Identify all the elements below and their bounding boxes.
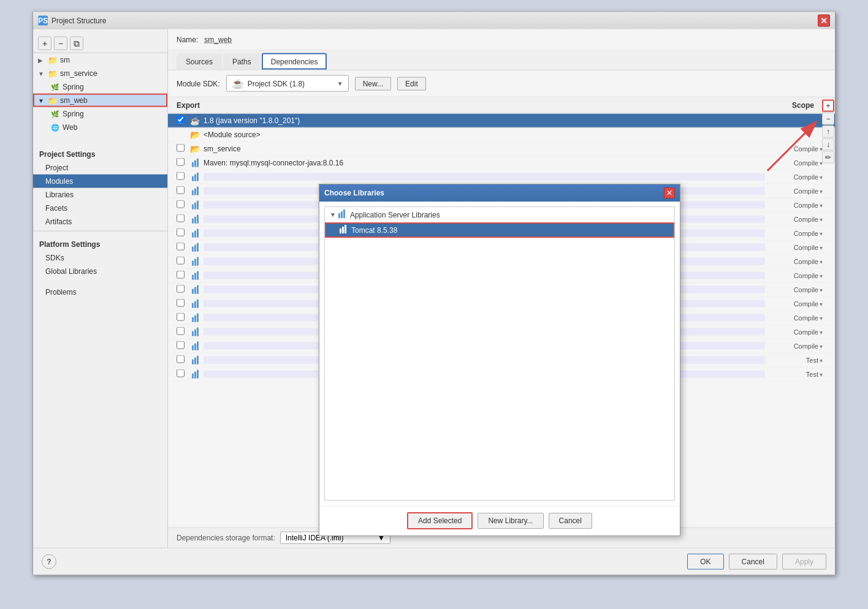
platform-settings-title: Platform Settings xyxy=(33,236,167,251)
side-toolbar: + − ↑ ↓ ✏ xyxy=(821,97,835,166)
name-label: Name: xyxy=(177,36,198,44)
modal-footer: Add Selected New Library... Cancel xyxy=(319,505,680,535)
sidebar-item-facets[interactable]: Facets xyxy=(33,202,167,215)
dep-name-jdk: 1.8 (java version "1.8.0_201") xyxy=(204,116,765,125)
sidebar-item-sdks[interactable]: SDKs xyxy=(33,251,167,265)
tree-arrow-sm: ▶ xyxy=(38,56,45,63)
apply-button[interactable]: Apply xyxy=(782,553,826,569)
tree-item-sm-service[interactable]: ▼ 📁 sm_service xyxy=(33,67,167,80)
move-up-button[interactable]: ↑ xyxy=(822,126,834,138)
remove-dependency-button[interactable]: − xyxy=(822,113,834,125)
spring-icon-1: 🌿 xyxy=(50,82,60,92)
sidebar-item-artifacts[interactable]: Artifacts xyxy=(33,215,167,229)
dep-item-5[interactable]: Compile▾ xyxy=(168,170,835,184)
new-sdk-button[interactable]: New... xyxy=(355,77,391,90)
dep-checkbox-maven-mysql[interactable] xyxy=(177,158,189,168)
sidebar-toolbar: + − ⧉ xyxy=(33,34,167,53)
modal-tree: ▼ Application Server Libraries Tomcat 8.… xyxy=(324,206,675,501)
dep-item-jdk[interactable]: ☕ 1.8 (java version "1.8.0_201") xyxy=(168,114,835,128)
tree-arrow-sm-service: ▼ xyxy=(38,70,45,77)
name-value: sm_web xyxy=(204,36,232,44)
tomcat-label: Tomcat 8.5.38 xyxy=(351,226,397,235)
module-sdk-row: Module SDK: ☕ Project SDK (1.8) ▼ New...… xyxy=(168,70,835,97)
modal-group-app-server[interactable]: ▼ Application Server Libraries xyxy=(325,207,674,222)
dep-item-module-source[interactable]: 📂 <Module source> xyxy=(168,128,835,142)
folder-icon-sm: 📁 xyxy=(48,55,58,65)
folder-icon-sm-web: 📁 xyxy=(48,96,58,105)
modal-title: Choose Libraries xyxy=(324,189,384,197)
module-sdk-dropdown[interactable]: ☕ Project SDK (1.8) ▼ xyxy=(226,75,349,92)
cancel-button[interactable]: Cancel xyxy=(729,553,777,569)
ok-button[interactable]: OK xyxy=(687,553,723,569)
modal-close-button[interactable]: ✕ xyxy=(664,187,675,199)
bottom-bar: ? OK Cancel Apply xyxy=(33,548,835,575)
dep-item-maven-mysql[interactable]: Maven: mysql:mysql-connector-java:8.0.16… xyxy=(168,156,835,170)
tree-item-spring-1[interactable]: 🌿 Spring xyxy=(33,80,167,94)
dep-checkbox-jdk[interactable] xyxy=(177,116,189,126)
copy-module-button[interactable]: ⧉ xyxy=(70,37,83,50)
tomcat-bar-icon xyxy=(340,225,346,235)
dep-item-sm-service[interactable]: 📂 sm_service Compile▾ xyxy=(168,142,835,156)
modal-cancel-button[interactable]: Cancel xyxy=(549,513,592,529)
sidebar-item-global-libraries[interactable]: Global Libraries xyxy=(33,265,167,278)
dep-header-scope: Scope xyxy=(765,101,826,110)
add-selected-button[interactable]: Add Selected xyxy=(407,512,473,529)
sdk-folder-icon: ☕ xyxy=(232,78,244,89)
project-settings-title: Project Settings xyxy=(33,146,167,161)
add-dependency-button[interactable]: + xyxy=(822,100,834,112)
edit-sdk-button[interactable]: Edit xyxy=(397,77,426,90)
add-module-button[interactable]: + xyxy=(38,37,51,50)
dep-icon-sm-service: 📂 xyxy=(189,144,201,154)
group-label: Application Server Libraries xyxy=(350,211,440,219)
tab-sources[interactable]: Sources xyxy=(177,53,222,70)
move-down-button[interactable]: ↓ xyxy=(822,138,834,151)
tree-item-spring-2[interactable]: 🌿 Spring xyxy=(33,107,167,121)
dep-name-module-source: <Module source> xyxy=(204,130,765,139)
storage-format-label: Dependencies storage format: xyxy=(177,534,275,542)
modal-body: ▼ Application Server Libraries Tomcat 8.… xyxy=(319,202,680,505)
dep-scope-sm-service[interactable]: Compile▾ xyxy=(765,145,826,153)
dep-header: Export Scope xyxy=(168,97,835,114)
tree-item-web[interactable]: 🌐 Web xyxy=(33,121,167,134)
modal-title-bar: Choose Libraries ✕ xyxy=(319,184,680,202)
window-title: Project Structure xyxy=(51,16,818,25)
sdk-value: Project SDK (1.8) xyxy=(248,79,333,88)
module-sdk-label: Module SDK: xyxy=(177,79,220,88)
module-header: Name: sm_web xyxy=(168,29,835,51)
modal-item-tomcat[interactable]: Tomcat 8.5.38 xyxy=(325,222,674,238)
help-button[interactable]: ? xyxy=(42,554,56,569)
choose-libraries-modal: Choose Libraries ✕ ▼ Application Server … xyxy=(319,184,680,536)
dep-icon-jdk: ☕ xyxy=(189,116,201,125)
tab-dependencies[interactable]: Dependencies xyxy=(262,53,327,70)
remove-module-button[interactable]: − xyxy=(54,37,67,50)
tree-item-sm[interactable]: ▶ 📁 sm xyxy=(33,53,167,67)
tree-item-sm-web[interactable]: ▼ 📁 sm_web xyxy=(33,94,167,107)
edit-dependency-button[interactable]: ✏ xyxy=(822,151,834,164)
sidebar-item-modules[interactable]: Modules xyxy=(33,175,167,188)
close-button[interactable]: ✕ xyxy=(818,14,830,26)
tab-bar: Sources Paths Dependencies xyxy=(168,51,835,70)
window-icon: PS xyxy=(38,15,48,25)
web-icon: 🌐 xyxy=(50,123,60,132)
sidebar: + − ⧉ ▶ 📁 sm ▼ 📁 sm_service 🌿 Spring xyxy=(33,29,168,548)
sdk-dropdown-arrow: ▼ xyxy=(337,80,343,87)
spring-icon-2: 🌿 xyxy=(50,109,60,119)
dep-checkbox-sm-service[interactable] xyxy=(177,144,189,154)
dep-icon-maven-mysql xyxy=(189,159,201,167)
tab-paths[interactable]: Paths xyxy=(223,53,261,70)
new-library-button[interactable]: New Library... xyxy=(478,513,543,529)
sidebar-item-project[interactable]: Project xyxy=(33,161,167,175)
dep-scope-maven-mysql[interactable]: Compile▾ xyxy=(765,159,826,167)
dep-icon-module-source: 📂 xyxy=(189,130,201,140)
dep-name-maven-mysql: Maven: mysql:mysql-connector-java:8.0.16 xyxy=(204,159,765,167)
group-bar-icon xyxy=(338,210,345,220)
group-arrow: ▼ xyxy=(330,211,336,218)
tree-arrow-sm-web: ▼ xyxy=(38,97,45,104)
folder-icon-sm-service: 📁 xyxy=(48,69,58,78)
dep-header-export: Export xyxy=(177,101,213,110)
dep-name-sm-service: sm_service xyxy=(204,145,765,153)
dep-header-name xyxy=(213,101,765,110)
sidebar-item-problems[interactable]: Problems xyxy=(33,286,167,299)
sidebar-item-libraries[interactable]: Libraries xyxy=(33,188,167,202)
title-bar: PS Project Structure ✕ xyxy=(33,12,835,29)
